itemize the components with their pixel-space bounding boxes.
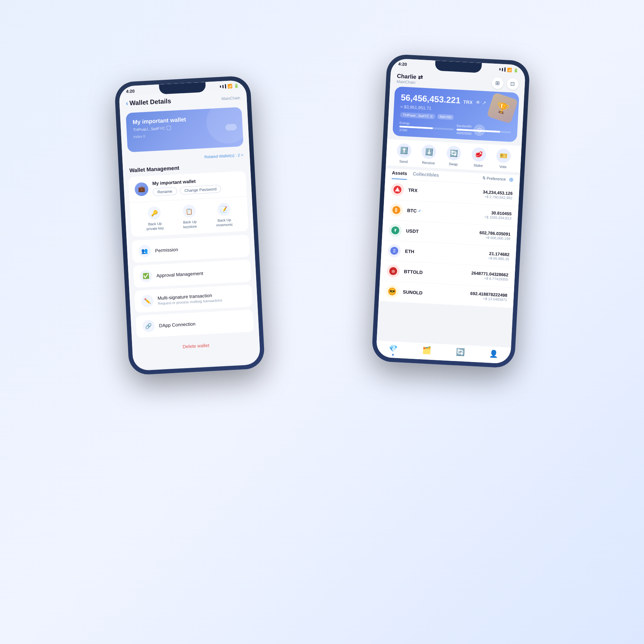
backup-private-key[interactable]: 🔑 Back Upprivate key <box>145 206 164 231</box>
approval-menu-item[interactable]: ✅ Approval Management <box>133 259 252 288</box>
swap-action[interactable]: 🔄 Swap <box>446 146 462 166</box>
receive-icon: ⬇️ <box>421 144 436 159</box>
wallet-avatar: 💼 <box>135 182 149 196</box>
send-action[interactable]: ⬆️ Send <box>396 143 412 164</box>
battery-icon: 🔋 <box>234 83 239 88</box>
signal-r1 <box>499 68 501 70</box>
scan-button[interactable]: ⊞ <box>492 77 504 89</box>
copy-address-icon[interactable] <box>166 126 171 130</box>
signal-r3 <box>504 67 506 72</box>
signal-2 <box>223 85 224 88</box>
usdt-values: 602,786.035091 ≈$ 606,000.199 <box>479 230 511 241</box>
tab-assets[interactable]: Assets <box>392 170 408 177</box>
delete-wallet-button[interactable]: Delete wallet <box>132 334 260 358</box>
nav-collections-icon: 🗂️ <box>422 346 431 355</box>
backup-row: 🔑 Back Upprivate key 📋 Back Upkeystore 📝… <box>130 197 249 237</box>
eth-icon: Ξ <box>387 244 401 258</box>
backup-mnemonic-label: Back Upmnemonic <box>216 218 233 228</box>
address-chip[interactable]: THPwer...5wtYC ⎘ <box>400 112 436 119</box>
rename-button[interactable]: Rename <box>152 187 177 196</box>
vote-action[interactable]: 🎫 Vote <box>496 148 511 169</box>
tab-collectibles[interactable]: Collectibles <box>413 171 439 179</box>
backup-keystore[interactable]: 📋 Back Upkeystore <box>182 204 197 229</box>
tab-actions: ⇅ Preference ⊕ <box>482 175 514 183</box>
right-phone: 4:20 📶 🔋 Charlie ⇄ MainChain <box>371 54 530 369</box>
permission-icon: 👥 <box>138 245 151 258</box>
eth-usd: ≈$ 85,885.35 <box>488 256 509 261</box>
vote-label: Vote <box>499 165 507 169</box>
bottom-nav: 💎 🗂️ 🔄 👤 <box>376 340 511 362</box>
nav-history[interactable]: 🔄 <box>455 347 465 359</box>
receive-action[interactable]: ⬇️ Receive <box>421 144 436 165</box>
multisig-icon: ✏️ <box>141 295 154 308</box>
signal-r2 <box>502 68 503 71</box>
vote-icon: 🎫 <box>496 148 511 163</box>
chain-label: MainChain <box>221 96 240 101</box>
assets-list: TRX 34,234,453.126 ≈$ 2,760,842,982 ₿ BT… <box>379 179 519 308</box>
btc-name-wrap: BTC ✓ <box>407 208 421 214</box>
btc-values: 30.810455 ≈$ 1555,934,813 <box>484 210 512 220</box>
nav-assets-icon: 💎 <box>389 344 398 353</box>
nav-assets[interactable]: 💎 <box>388 344 398 356</box>
wallet-toggle[interactable] <box>225 124 237 131</box>
backup-mnemonic-icon: 📝 <box>217 203 230 216</box>
trx-icon <box>391 183 404 196</box>
back-arrow-icon: ‹ <box>126 100 128 107</box>
permission-menu-item[interactable]: 👥 Permission <box>132 234 250 263</box>
eth-name: ETH <box>405 249 415 254</box>
nav-collections[interactable]: 🗂️ <box>422 346 431 357</box>
wifi-icon-right: 📶 <box>507 67 512 72</box>
quick-actions: ⬆️ Send ⬇️ Receive 🔄 Swap 🥩 Stake <box>386 139 521 172</box>
eth-values: 21.174682 ≈$ 85,885.35 <box>488 251 510 261</box>
sunold-name-wrap: SUNOLD <box>403 289 423 296</box>
status-time-left: 4:20 <box>126 89 135 94</box>
stake-icon: 🥩 <box>471 147 486 162</box>
change-password-button[interactable]: Change Password <box>180 185 221 195</box>
approval-label: Approval Management <box>156 270 203 278</box>
receive-label: Receive <box>422 160 435 165</box>
stake-action[interactable]: 🥩 Stake <box>471 147 486 168</box>
svg-text:⊛: ⊛ <box>391 268 395 274</box>
dapp-menu-item[interactable]: 🔗 DApp Connection <box>136 309 254 338</box>
copy-address-icon-right: ⎘ <box>430 114 433 118</box>
balance-amount: 56,456,453.221 <box>401 92 461 106</box>
preference-button[interactable]: ⇅ Preference <box>482 176 506 181</box>
backup-keystore-label: Back Upkeystore <box>183 219 197 229</box>
bttold-icon: ⊛ <box>386 264 400 278</box>
qr-button[interactable]: ⊡ <box>507 78 519 90</box>
trx-name: TRX <box>408 187 418 193</box>
back-button[interactable]: ‹ Wallet Details <box>126 97 171 107</box>
wallet-action-buttons: Rename Change Password <box>152 185 221 196</box>
usdt-name: USDT <box>406 228 419 234</box>
signal-3 <box>225 84 226 88</box>
backup-keystore-icon: 📋 <box>182 204 196 218</box>
dapp-icon: 🔗 <box>142 320 155 333</box>
mgmt-wallet-name: My important wallet <box>152 177 221 186</box>
btc-verified-badge: ✓ <box>418 209 421 214</box>
nav-profile[interactable]: 👤 <box>489 349 499 361</box>
sunold-name: SUNOLD <box>403 289 423 296</box>
signal-1 <box>220 86 221 88</box>
eye-icon[interactable]: 👁 <box>475 99 480 106</box>
approval-icon: ✅ <box>140 270 152 283</box>
balance-card: 56,456,453.221 TRX 👁 ↗ ≈ $3,951,951.71 T… <box>392 86 519 142</box>
status-icons-right: 📶 🔋 <box>499 67 519 73</box>
swap-icon: 🔄 <box>446 146 461 161</box>
send-label: Send <box>399 159 408 164</box>
backup-mnemonic[interactable]: 📝 Back Upmnemonic <box>215 203 233 228</box>
add-asset-button[interactable]: ⊕ <box>508 176 513 183</box>
left-phone: 4:20 📶 🔋 ‹ Wallet Details MainChain <box>114 75 265 376</box>
energy-row: Energy 37/60 Bandwidth 4000/5000 <box>399 121 511 137</box>
header-actions: ⊞ ⊡ <box>492 77 519 90</box>
dapp-label: DApp Connection <box>159 321 196 328</box>
non-hd-badge: Non-HD <box>438 114 454 120</box>
external-link-icon[interactable]: ↗ <box>482 100 486 106</box>
multisig-menu-item[interactable]: ✏️ Multi-signature transaction Request o… <box>134 284 253 313</box>
btc-name: BTC ✓ <box>407 208 421 214</box>
nav-assets-dot <box>392 354 394 356</box>
management-section: 💼 My important wallet Rename Change Pass… <box>128 171 249 237</box>
permission-label: Permission <box>155 247 178 253</box>
stake-label: Stake <box>473 163 483 167</box>
nav-history-icon: 🔄 <box>455 347 465 356</box>
wallet-card-name: My important wallet <box>132 114 236 126</box>
